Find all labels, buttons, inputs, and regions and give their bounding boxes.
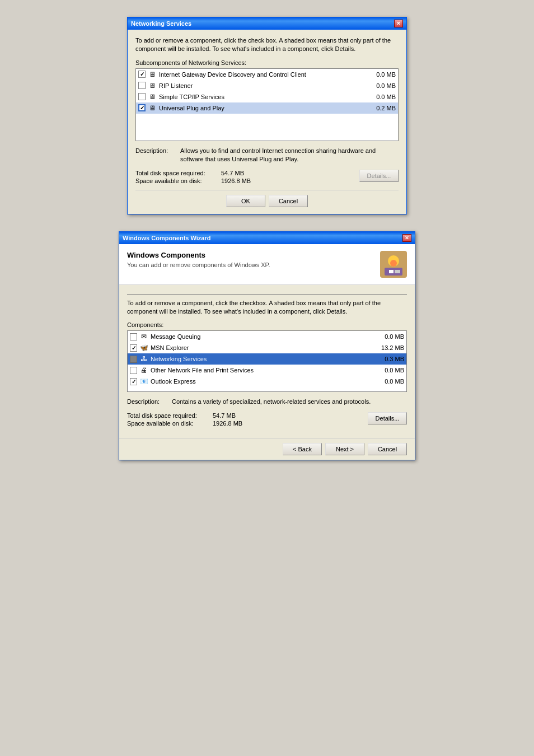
component-icon: 🖥 [148, 92, 157, 101]
windows-components-wizard: Windows Components Wizard ✕ Windows Comp… [119, 231, 415, 460]
list-item[interactable]: 🖥 Internet Gateway Device Discovery and … [136, 69, 398, 80]
dialog1-description: To add or remove a component, click the … [135, 36, 399, 54]
svg-rect-5 [395, 270, 400, 273]
wizard-header-title: Windows Components [127, 251, 380, 259]
checkbox-networking[interactable] [130, 356, 137, 363]
checkbox-igddc[interactable] [138, 71, 146, 78]
component-name: MSN Explorer [151, 344, 374, 351]
wizard-disk-space: Total disk space required: 54.7 MB Space… [127, 412, 407, 428]
outlook-icon: 📧 [139, 377, 148, 386]
disk-required-label: Total disk space required: [135, 170, 217, 176]
description-label: Description: [135, 147, 180, 164]
component-name: Networking Services [151, 356, 374, 362]
component-name: RIP Listener [159, 82, 366, 89]
wizard-title-bar: Windows Components Wizard ✕ [119, 232, 415, 244]
wizard-close-button[interactable]: ✕ [402, 234, 411, 242]
component-name: Simple TCP/IP Services [159, 94, 366, 100]
wizard-nav-buttons: < Back Next > Cancel [119, 438, 415, 460]
checkbox-tcpip[interactable] [138, 93, 146, 100]
checkbox-msn[interactable] [130, 344, 137, 352]
svg-rect-4 [389, 270, 394, 273]
component-icon: 🖥 [148, 70, 157, 79]
checkbox-netprint[interactable] [130, 367, 137, 374]
checkbox-upnp[interactable] [138, 104, 146, 111]
wizard-disk-info: Total disk space required: 54.7 MB Space… [127, 412, 242, 428]
list-item[interactable]: 🖥 RIP Listener 0.0 MB [136, 80, 398, 91]
component-name: Outlook Express [151, 378, 374, 385]
component-icon: 🖥 [148, 81, 157, 90]
list-item[interactable]: 🖥 Simple TCP/IP Services 0.0 MB [136, 91, 398, 102]
networking-services-dialog: Networking Services ✕ To add or remove a… [127, 17, 407, 214]
checkbox-outlook[interactable] [130, 378, 137, 385]
list-item-networking[interactable]: 🖧 Networking Services 0.3 MB [128, 353, 406, 365]
list-item-upnp[interactable]: 🖥 Universal Plug and Play 0.2 MB [136, 102, 398, 114]
wizard-disk-required-value: 54.7 MB [213, 412, 236, 419]
networking-icon: 🖧 [139, 354, 148, 363]
wizard-header-text: Windows Components You can add or remove… [127, 251, 380, 268]
wizard-details-button[interactable]: Details... [368, 412, 407, 424]
close-button[interactable]: ✕ [394, 20, 403, 27]
description-value: Allows you to find and control Internet … [180, 147, 399, 164]
list-item-mq[interactable]: ✉ Message Queuing 0.0 MB [128, 331, 406, 342]
components-label: Components: [127, 321, 407, 328]
disk-available-label: Space available on disk: [135, 178, 217, 184]
wizard-body: To add or remove a component, click the … [119, 285, 415, 438]
list-item-outlook[interactable]: 📧 Outlook Express 0.0 MB [128, 376, 406, 387]
disk-available-value: 1926.8 MB [221, 178, 251, 184]
component-name: Other Network File and Print Services [151, 367, 374, 374]
details-button[interactable]: Details... [359, 170, 399, 182]
checkbox-mq[interactable] [130, 333, 137, 340]
wizard-cancel-button[interactable]: Cancel [368, 443, 407, 455]
mq-icon: ✉ [139, 332, 148, 341]
component-icon: 🖥 [148, 104, 157, 113]
wizard-description: To add or remove a component, click the … [127, 299, 407, 316]
wizard-description-label: Description: [127, 398, 172, 406]
wizard-disk-available-label: Space available on disk: [127, 420, 208, 427]
disk-required-value: 54.7 MB [221, 170, 244, 176]
next-button[interactable]: Next > [325, 443, 364, 455]
msn-icon: 🦋 [139, 343, 148, 352]
separator [127, 294, 407, 295]
disk-space-section: Total disk space required: 54.7 MB Space… [135, 170, 399, 185]
back-button[interactable]: < Back [283, 443, 322, 455]
checkbox-rip[interactable] [138, 82, 146, 89]
cancel-button[interactable]: Cancel [269, 195, 308, 207]
dialog1-content: To add or remove a component, click the … [128, 30, 406, 214]
svg-point-3 [390, 260, 397, 267]
components-list: 🖥 Internet Gateway Device Discovery and … [135, 68, 399, 141]
wizard-header-icon [380, 251, 407, 278]
subcomponents-label: Subcomponents of Networking Services: [135, 59, 399, 66]
wizard-header-subtitle: You can add or remove components of Wind… [127, 262, 380, 268]
wizard-header: Windows Components You can add or remove… [119, 244, 415, 285]
title-bar: Networking Services ✕ [128, 17, 406, 30]
list-item-netprint[interactable]: 🖨 Other Network File and Print Services … [128, 365, 406, 376]
disk-info: Total disk space required: 54.7 MB Space… [135, 170, 251, 185]
dialog1-title: Networking Services [131, 20, 191, 27]
wizard-description-section: Description: Contains a variety of speci… [127, 398, 407, 406]
dialog1-buttons: OK Cancel [135, 190, 399, 207]
wizard-components-list: ✉ Message Queuing 0.0 MB 🦋 MSN Explorer … [127, 330, 407, 392]
netprint-icon: 🖨 [139, 366, 148, 375]
list-item-msn[interactable]: 🦋 MSN Explorer 13.2 MB [128, 342, 406, 353]
component-name: Message Queuing [151, 333, 374, 340]
wizard-disk-required-label: Total disk space required: [127, 412, 208, 419]
component-name: Universal Plug and Play [159, 105, 366, 111]
component-name: Internet Gateway Device Discovery and Co… [159, 71, 366, 78]
wizard-description-value: Contains a variety of specialized, netwo… [172, 398, 407, 406]
ok-button[interactable]: OK [226, 195, 265, 207]
dialog2-title: Windows Components Wizard [123, 235, 210, 241]
description-section: Description: Allows you to find and cont… [135, 147, 399, 164]
wizard-disk-available-value: 1926.8 MB [213, 420, 242, 427]
